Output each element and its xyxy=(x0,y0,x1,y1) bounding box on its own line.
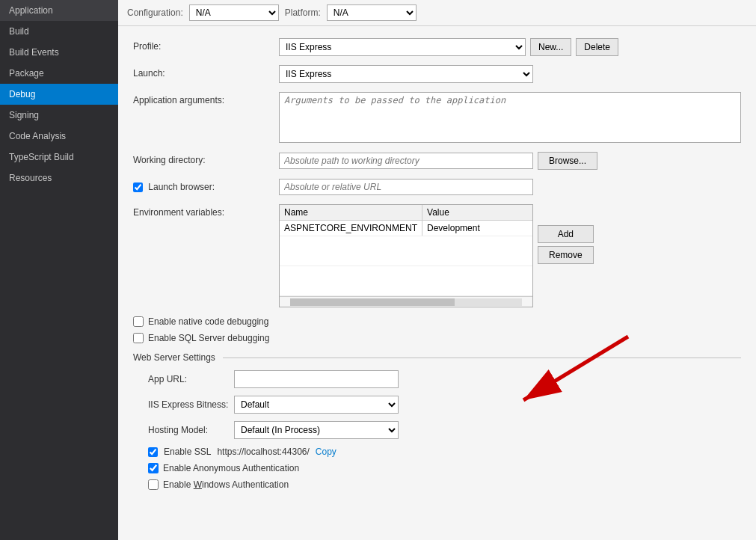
sidebar: Application Build Build Events Package D… xyxy=(0,0,118,540)
env-col-name: Name xyxy=(280,205,422,221)
launch-browser-label: Launch browser: xyxy=(133,179,279,192)
app-url-label: App URL: xyxy=(148,374,234,384)
profile-select[interactable]: IIS Express xyxy=(279,38,526,56)
enable-windows-auth-row: Enable Windows Authentication xyxy=(148,479,741,490)
env-table-container: Name Value ASPNETCORE_ENVIRONMENT Develo… xyxy=(279,204,533,307)
configuration-select[interactable]: N/A xyxy=(189,4,279,21)
enable-anon-auth-label: Enable Anonymous Authentication xyxy=(163,463,299,473)
env-table: Name Value ASPNETCORE_ENVIRONMENT Develo… xyxy=(280,205,532,296)
launch-browser-row: Launch browser: xyxy=(133,179,741,195)
sidebar-item-typescript-build[interactable]: TypeScript Build xyxy=(0,147,118,168)
enable-ssl-label: Enable SSL xyxy=(164,447,211,457)
sidebar-item-build-events[interactable]: Build Events xyxy=(0,42,118,63)
env-col-value: Value xyxy=(422,205,532,221)
enable-native-label: Enable native code debugging xyxy=(148,316,268,327)
delete-button[interactable]: Delete xyxy=(576,38,618,56)
launch-browser-input[interactable] xyxy=(279,179,533,195)
sidebar-item-build[interactable]: Build xyxy=(0,21,118,42)
app-url-input[interactable]: http://localhost:51001 xyxy=(234,370,399,388)
app-args-row: Application arguments: xyxy=(133,92,741,143)
enable-native-row: Enable native code debugging xyxy=(133,316,741,327)
enable-ssl-checkbox[interactable] xyxy=(148,447,158,457)
web-server-title: Web Server Settings xyxy=(133,352,215,363)
working-dir-controls: Browse... xyxy=(279,152,741,170)
iis-bitness-row: IIS Express Bitness: Default xyxy=(148,396,741,414)
enable-native-checkbox[interactable] xyxy=(133,316,144,327)
launch-browser-controls xyxy=(279,179,741,195)
table-row[interactable]: ASPNETCORE_ENVIRONMENT Development xyxy=(280,221,532,236)
launch-controls: IIS Express xyxy=(279,65,741,83)
sidebar-item-resources[interactable]: Resources xyxy=(0,168,118,188)
env-vars-row: Environment variables: Name Value ASPNET… xyxy=(133,204,741,307)
hosting-model-select[interactable]: Default (In Process) xyxy=(234,421,399,439)
enable-anon-auth-checkbox[interactable] xyxy=(148,463,159,473)
enable-sql-row: Enable SQL Server debugging xyxy=(133,333,741,343)
sidebar-item-code-analysis[interactable]: Code Analysis xyxy=(0,126,118,147)
profile-controls: IIS Express New... Delete xyxy=(279,38,741,56)
add-button[interactable]: Add xyxy=(538,225,594,243)
enable-sql-label: Enable SQL Server debugging xyxy=(148,333,269,343)
copy-link[interactable]: Copy xyxy=(316,447,336,457)
working-dir-input[interactable] xyxy=(279,153,533,169)
hosting-model-row: Hosting Model: Default (In Process) xyxy=(148,421,741,439)
launch-browser-checkbox[interactable] xyxy=(133,182,143,192)
env-row-value: Development xyxy=(422,221,532,236)
hosting-model-label: Hosting Model: xyxy=(148,425,234,435)
toolbar: Configuration: N/A Platform: N/A xyxy=(118,0,756,26)
configuration-label: Configuration: xyxy=(127,7,183,18)
launch-row: Launch: IIS Express xyxy=(133,65,741,83)
env-scrollbar-thumb xyxy=(290,298,455,306)
content-area: Profile: IIS Express New... Delete Launc… xyxy=(118,26,756,540)
sidebar-item-application[interactable]: Application xyxy=(0,0,118,21)
env-scrollbar-track xyxy=(290,298,522,306)
divider-line xyxy=(223,358,741,358)
enable-sql-checkbox[interactable] xyxy=(133,333,144,343)
env-action-buttons: Add Remove xyxy=(538,225,594,264)
launch-label: Launch: xyxy=(133,65,279,79)
platform-label: Platform: xyxy=(285,7,321,18)
launch-select[interactable]: IIS Express xyxy=(279,65,533,83)
main-panel: Configuration: N/A Platform: N/A Profile… xyxy=(118,0,756,540)
enable-windows-auth-checkbox[interactable] xyxy=(148,479,159,490)
app-args-label: Application arguments: xyxy=(133,92,279,105)
iis-bitness-label: IIS Express Bitness: xyxy=(148,399,234,410)
app-args-input[interactable] xyxy=(279,92,741,143)
sidebar-item-package[interactable]: Package xyxy=(0,63,118,84)
app-args-controls xyxy=(279,92,741,143)
web-server-divider: Web Server Settings xyxy=(133,352,741,363)
env-vars-controls: Name Value ASPNETCORE_ENVIRONMENT Develo… xyxy=(279,204,594,307)
sidebar-item-signing[interactable]: Signing xyxy=(0,105,118,126)
profile-row: Profile: IIS Express New... Delete xyxy=(133,38,741,56)
working-dir-row: Working directory: Browse... xyxy=(133,152,741,170)
working-dir-label: Working directory: xyxy=(133,152,279,165)
app-url-row: App URL: http://localhost:51001 xyxy=(148,370,741,388)
platform-select[interactable]: N/A xyxy=(327,4,417,21)
profile-label: Profile: xyxy=(133,38,279,52)
enable-windows-auth-label: Enable Windows Authentication xyxy=(163,479,289,490)
env-vars-label: Environment variables: xyxy=(133,204,279,218)
ssl-url: https://localhost:44306/ xyxy=(217,447,309,457)
env-scrollbar[interactable] xyxy=(280,296,532,307)
new-button[interactable]: New... xyxy=(530,38,571,56)
remove-button[interactable]: Remove xyxy=(538,246,594,264)
browse-button[interactable]: Browse... xyxy=(538,152,597,170)
env-row-name: ASPNETCORE_ENVIRONMENT xyxy=(280,221,422,236)
sidebar-item-debug[interactable]: Debug xyxy=(0,84,118,105)
enable-anon-auth-row: Enable Anonymous Authentication xyxy=(148,463,741,473)
iis-bitness-select[interactable]: Default xyxy=(234,396,399,414)
enable-ssl-row: Enable SSL https://localhost:44306/ Copy xyxy=(148,447,741,457)
